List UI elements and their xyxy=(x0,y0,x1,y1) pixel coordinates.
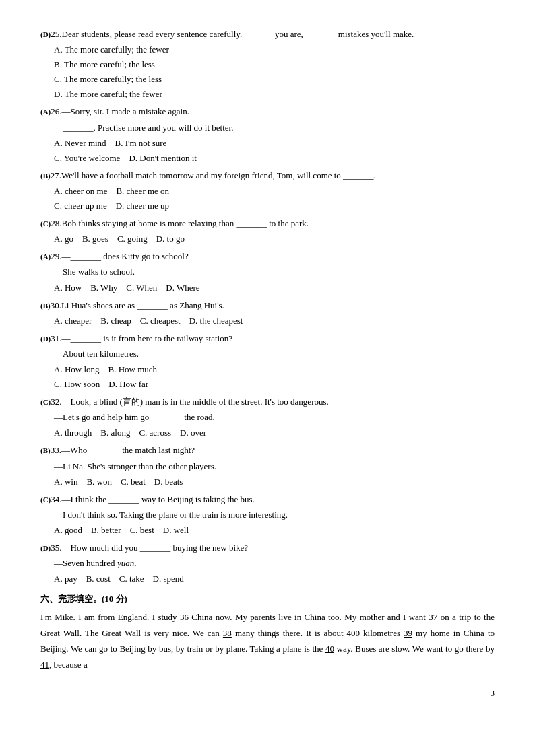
q26-opt-row2: C. You're welcome D. Don't mention it xyxy=(54,151,495,166)
q29-opt-row1: A. How B. Why C. When D. Where xyxy=(54,281,495,296)
q34-opt-row1: A. good B. better C. best D. well xyxy=(54,523,495,538)
blank-38: 38 xyxy=(223,628,232,638)
q34-text1: (C)34.—I think the _______ way to Beijin… xyxy=(40,492,495,507)
q25-optD: D. The more careful; the fewer xyxy=(54,87,495,102)
question-25: (D)25.Dear students, please read every s… xyxy=(40,27,495,102)
q31-options: A. How long B. How much C. How soon D. H… xyxy=(54,362,495,392)
q27-opt-row2: C. cheer up me D. cheer me up xyxy=(54,199,495,213)
q29-text2: —She walks to school. xyxy=(54,265,495,279)
q25-options: A. The more carefully; the fewer B. The … xyxy=(54,42,495,102)
q30-options: A. cheaper B. cheap C. cheapest D. the c… xyxy=(54,314,495,329)
q28-options: A. go B. goes C. going D. to go xyxy=(54,232,495,246)
q25-optA: A. The more carefully; the fewer xyxy=(54,42,495,57)
q32-text1: (C)32.—Look, a blind (盲的) man is in the … xyxy=(40,394,495,409)
q32-options: A. through B. along C. across D. over xyxy=(54,425,495,440)
q33-options: A. win B. won C. beat D. beats xyxy=(54,475,495,489)
q32-text2: —Let's go and help him go _______ the ro… xyxy=(54,410,495,425)
q31-text1: (D)31.—_______ is it from here to the ra… xyxy=(40,331,495,346)
blank-41: 41 xyxy=(40,660,49,670)
q35-text1: (D)35.—How much did you _______ buying t… xyxy=(40,541,495,555)
question-29: (A)29.—_______ does Kitty go to school? … xyxy=(40,249,495,295)
q32-opt-row1: A. through B. along C. across D. over xyxy=(54,425,495,440)
blank-37: 37 xyxy=(429,612,437,622)
q31-opt-row2: C. How soon D. How far xyxy=(54,377,495,392)
q29-options: A. How B. Why C. When D. Where xyxy=(54,281,495,296)
q35-opt-row1: A. pay B. cost C. take D. spend xyxy=(54,572,495,586)
question-26: (A)26.—Sorry, sir. I made a mistake agai… xyxy=(40,104,495,165)
question-28: (C)28.Bob thinks staying at home is more… xyxy=(40,216,495,246)
blank-39: 39 xyxy=(404,628,412,638)
q29-text1: (A)29.—_______ does Kitty go to school? xyxy=(40,249,495,264)
q25-text: (D)25.Dear students, please read every s… xyxy=(40,27,495,42)
q30-text: (B)30.Li Hua's shoes are as _______ as Z… xyxy=(40,298,495,313)
q25-optB: B. The more careful; the less xyxy=(54,57,495,72)
blank-36: 36 xyxy=(180,612,189,622)
page-number: 3 xyxy=(40,686,495,701)
question-30: (B)30.Li Hua's shoes are as _______ as Z… xyxy=(40,298,495,329)
question-27: (B)27.We'll have a football match tomorr… xyxy=(40,168,495,213)
question-32: (C)32.—Look, a blind (盲的) man is in the … xyxy=(40,394,495,440)
q28-opt-row1: A. go B. goes C. going D. to go xyxy=(54,232,495,246)
question-34: (C)34.—I think the _______ way to Beijin… xyxy=(40,492,495,538)
exam-content: (D)25.Dear students, please read every s… xyxy=(40,27,495,701)
q33-text1: (B)33.—Who _______ the match last night? xyxy=(40,443,495,458)
q26-text2: —_______. Practise more and you will do … xyxy=(54,121,495,135)
question-31: (D)31.—_______ is it from here to the ra… xyxy=(40,331,495,392)
q27-options: A. cheer on me B. cheer me on C. cheer u… xyxy=(54,184,495,213)
q27-text1: (B)27.We'll have a football match tomorr… xyxy=(40,168,495,183)
q27-opt-row1: A. cheer on me B. cheer me on xyxy=(54,184,495,199)
q31-opt-row1: A. How long B. How much xyxy=(54,362,495,377)
q33-text2: —Li Na. She's stronger than the other pl… xyxy=(54,459,495,474)
passage-text: I'm Mike. I am from England. I study 36 … xyxy=(40,609,495,673)
q26-options: A. Never mind B. I'm not sure C. You're … xyxy=(54,136,495,166)
question-35: (D)35.—How much did you _______ buying t… xyxy=(40,541,495,586)
q34-text2: —I don't think so. Taking the plane or t… xyxy=(54,508,495,522)
q35-options: A. pay B. cost C. take D. spend xyxy=(54,572,495,586)
q31-text2: —About ten kilometres. xyxy=(54,347,495,362)
q26-opt-row1: A. Never mind B. I'm not sure xyxy=(54,136,495,151)
blank-40: 40 xyxy=(325,644,334,654)
q25-optC: C. The more carefully; the less xyxy=(54,72,495,87)
section-six-title: 六、完形填空。(10 分) xyxy=(40,592,495,607)
q33-opt-row1: A. win B. won C. beat D. beats xyxy=(54,475,495,489)
q26-text1: (A)26.—Sorry, sir. I made a mistake agai… xyxy=(40,104,495,119)
question-33: (B)33.—Who _______ the match last night?… xyxy=(40,443,495,489)
q28-text: (C)28.Bob thinks staying at home is more… xyxy=(40,216,495,231)
q34-options: A. good B. better C. best D. well xyxy=(54,523,495,538)
q35-text2: —Seven hundred yuan. xyxy=(54,556,495,571)
q30-opt-row1: A. cheaper B. cheap C. cheapest D. the c… xyxy=(54,314,495,329)
